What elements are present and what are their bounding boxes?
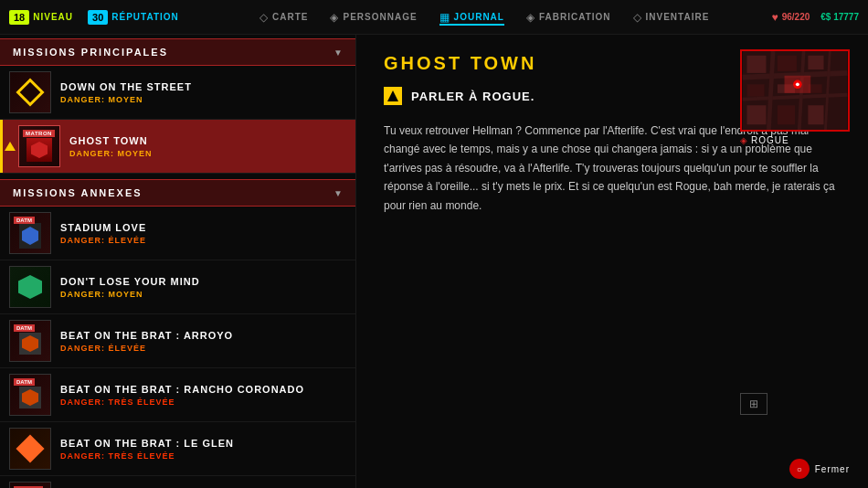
mission-panel-inner: MISSIONS PRINCIPALES ▼ DOWN ON THE STR [0,35,355,488]
mission-thumb-ghost-town: MATRON [18,125,60,167]
map-svg [742,51,848,130]
nav-journal-label: JOURNAL [454,12,504,22]
nav-active-indicator [439,24,504,26]
mission-thumb-beat-brat-rancho: DATM [9,374,51,416]
level-number: 18 [9,10,29,25]
nav-inventaire[interactable]: ◇ INVENTAIRE [633,11,710,24]
journal-icon: ▦ [439,11,450,24]
objective-icon-inner [387,90,398,101]
mission-list-panel[interactable]: MISSIONS PRINCIPALES ▼ DOWN ON THE STR [0,35,356,488]
detail-icon-button[interactable]: ⊞ [740,393,767,415]
ghost-town-emblem [31,142,48,158]
map-label-icon: ◈ [740,135,747,145]
nav-inventaire-label: INVENTAIRE [646,12,710,22]
svg-rect-8 [778,56,797,71]
mission-info-stadium-love: STADIUM LOVE DANGER: ÉLEVÉE [60,222,346,245]
level-label: NIVEAU [33,12,73,22]
main-missions-title: MISSIONS PRINCIPALES [13,47,168,58]
dataminer-badge-rancho: DATM [14,378,35,386]
mission-name-dont-lose-mind: DON'T LOSE YOUR MIND [60,276,346,287]
carte-icon: ◇ [259,11,268,24]
mission-thumb-dont-lose-mind [9,266,51,308]
mission-psycho-killer[interactable]: MATRON PSYCHO KILLER [0,476,355,488]
mission-beat-brat-rancho[interactable]: DATM BEAT ON THE BRAT : RANCHO CORONADO … [0,368,355,422]
mission-dont-lose-mind[interactable]: DON'T LOSE YOUR MIND DANGER: MOYEN [0,260,355,314]
mission-name-ghost-town: GHOST TOWN [69,135,346,146]
nav-carte[interactable]: ◇ CARTE [259,11,308,24]
health-value: 96/220 [782,12,810,22]
objective-icon [384,87,402,105]
svg-rect-9 [808,56,823,69]
arroyo-emblem [22,335,38,352]
mission-name-down-street: DOWN ON THE STREET [60,81,346,92]
mission-down-on-street[interactable]: DOWN ON THE STREET DANGER: MOYEN [0,66,355,120]
mission-beat-brat-glen[interactable]: BEAT ON THE BRAT : LE GLEN DANGER: TRÈS … [0,422,355,476]
mission-thumb-beat-brat-arroyo: DATM [9,320,51,362]
tracked-indicator [0,120,3,173]
dataminer-badge-arroyo: DATM [14,324,35,332]
stadium-emblem [22,227,38,245]
mission-danger-ghost-town: DANGER: MOYEN [69,149,346,158]
svg-point-18 [796,82,799,86]
svg-rect-7 [746,56,766,73]
fabrication-icon: ◈ [526,11,535,24]
mission-danger-down-street: DANGER: MOYEN [60,95,346,104]
map-label-text: ROGUE [751,135,789,145]
nav-fabrication-label: FABRICATION [539,12,611,22]
mission-thumb-stadium-love: DATM [9,212,51,254]
side-missions-header: MISSIONS ANNEXES ▼ [0,179,355,207]
mission-info-ghost-town: GHOST TOWN DANGER: MOYEN [69,135,346,158]
mission-danger-beat-brat-rancho: DANGER: TRÈS ÉLEVÉE [60,398,346,407]
svg-rect-13 [746,105,766,124]
dont-lose-mind-emblem [18,275,42,299]
rep-label: RÉPUTATION [111,12,179,22]
map-thumbnail[interactable]: ◈ ROGUE [740,49,850,145]
svg-rect-15 [808,105,823,124]
mission-stadium-love[interactable]: DATM STADIUM LOVE DANGER: ÉLEVÉE [0,207,355,260]
personnage-icon: ◈ [330,11,338,24]
map-label-row: ◈ ROGUE [740,135,850,145]
glen-emblem [16,434,44,462]
nav-journal[interactable]: ▦ JOURNAL [439,11,504,24]
nav-personnage-label: PERSONNAGE [343,12,417,22]
nav-personnage[interactable]: ◈ PERSONNAGE [330,11,417,24]
level-display: 18 NIVEAU [9,10,73,25]
mission-thumb-down-street [9,71,51,113]
detail-icon-btn-symbol: ⊞ [749,398,758,410]
close-button-symbol: ○ [797,464,802,474]
mission-info-beat-brat-glen: BEAT ON THE BRAT : LE GLEN DANGER: TRÈS … [60,438,346,461]
mission-thumb-inner-down-street [12,74,48,111]
mission-thumb-beat-brat-glen [9,428,51,470]
rep-display: 30 RÉPUTATION [88,10,179,25]
top-nav-bar: 18 NIVEAU 30 RÉPUTATION ◇ CARTE ◈ PERSON… [0,0,868,35]
objective-text: PARLER À ROGUE. [411,90,535,103]
rancho-emblem [22,389,38,406]
svg-rect-10 [746,84,764,96]
detail-panel: ◈ ROGUE GHOST TOWN PARLER À ROGUE. Tu ve… [356,35,868,488]
nav-items: ◇ CARTE ◈ PERSONNAGE ▦ JOURNAL ◈ FABRICA… [197,11,772,24]
mission-name-stadium-love: STADIUM LOVE [60,222,346,233]
mission-thumb-inner-ghost-town: MATRON [21,128,58,164]
mission-danger-beat-brat-arroyo: DANGER: ÉLEVÉE [60,344,346,353]
tracked-arrow-icon [5,142,16,151]
close-button-icon: ○ [789,459,810,479]
filter-icon[interactable]: ▼ [333,48,343,58]
dataminer-badge-stadium: DATM [14,217,35,224]
mission-info-dont-lose-mind: DON'T LOSE YOUR MIND DANGER: MOYEN [60,276,346,299]
nav-fabrication[interactable]: ◈ FABRICATION [526,11,611,24]
side-filter-icon[interactable]: ▼ [333,188,343,198]
matron-badge: MATRON [23,130,55,137]
close-button-label: Fermer [815,464,850,474]
mission-info-beat-brat-arroyo: BEAT ON THE BRAT : ARROYO DANGER: ÉLEVÉE [60,330,346,353]
health-display: ♥ 96/220 [772,11,810,24]
mission-beat-brat-arroyo[interactable]: DATM BEAT ON THE BRAT : ARROYO DANGER: É… [0,314,355,368]
nav-carte-label: CARTE [272,12,308,22]
mission-name-beat-brat-rancho: BEAT ON THE BRAT : RANCHO CORONADO [60,384,346,395]
nav-right-stats: ♥ 96/220 €$ 17777 [772,11,859,24]
health-icon: ♥ [772,11,778,24]
close-button[interactable]: ○ Fermer [789,459,850,479]
svg-rect-14 [778,105,795,124]
map-image [740,49,850,132]
mission-danger-beat-brat-glen: DANGER: TRÈS ÉLEVÉE [60,451,346,461]
mission-ghost-town[interactable]: MATRON GHOST TOWN DANGER: MOYEN [0,120,355,174]
